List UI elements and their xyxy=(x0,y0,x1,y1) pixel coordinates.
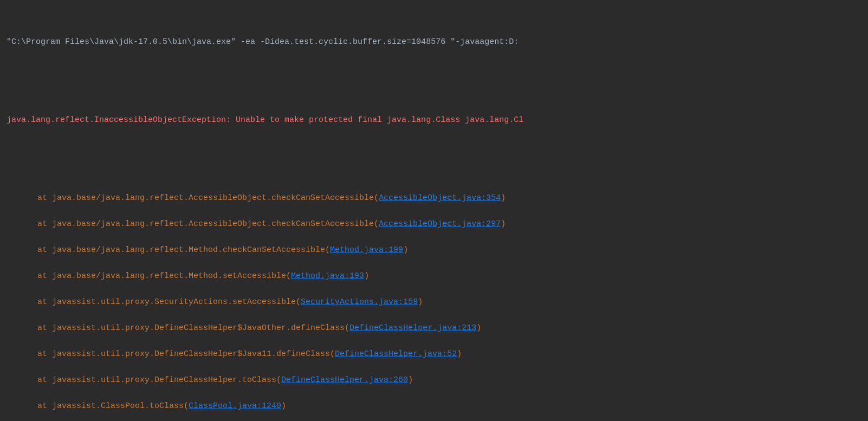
stack-frame-3: at java.base/java.lang.reflect.Method.se… xyxy=(7,270,861,283)
stack-frame-7: at javassist.util.proxy.DefineClassHelpe… xyxy=(7,374,861,387)
stack-frame-4: at javassist.util.proxy.SecurityActions.… xyxy=(7,296,861,309)
error-line: java.lang.reflect.InaccessibleObjectExce… xyxy=(7,114,861,127)
stack-link-8[interactable]: ClassPool.java:1240 xyxy=(189,401,281,411)
stack-frame-0: at java.base/java.lang.reflect.Accessibl… xyxy=(7,192,861,205)
console-output: "C:\Program Files\Java\jdk-17.0.5\bin\ja… xyxy=(0,5,868,421)
stack-frame-8: at javassist.ClassPool.toClass(ClassPool… xyxy=(7,400,861,413)
stack-frame-5: at javassist.util.proxy.DefineClassHelpe… xyxy=(7,322,861,335)
stack-link-7[interactable]: DefineClassHelper.java:260 xyxy=(281,375,408,385)
stack-link-2[interactable]: Method.java:199 xyxy=(330,245,403,255)
stack-link-3[interactable]: Method.java:193 xyxy=(291,271,364,281)
stack-frame-2: at java.base/java.lang.reflect.Method.ch… xyxy=(7,244,861,257)
blank-line-1 xyxy=(7,75,861,88)
stack-link-5[interactable]: DefineClassHelper.java:213 xyxy=(349,323,476,333)
command-line: "C:\Program Files\Java\jdk-17.0.5\bin\ja… xyxy=(7,36,861,49)
stack-frame-1: at java.base/java.lang.reflect.Accessibl… xyxy=(7,218,861,231)
stack-link-4[interactable]: SecurityActions.java:159 xyxy=(301,297,418,307)
stack-link-1[interactable]: AccessibleObject.java:297 xyxy=(379,219,501,229)
stack-link-6[interactable]: DefineClassHelper.java:52 xyxy=(335,349,457,359)
blank-line-2 xyxy=(7,153,861,166)
stack-link-0[interactable]: AccessibleObject.java:354 xyxy=(379,193,501,203)
stack-frame-6: at javassist.util.proxy.DefineClassHelpe… xyxy=(7,348,861,361)
stack-frames-container: at java.base/java.lang.reflect.Accessibl… xyxy=(7,192,861,421)
